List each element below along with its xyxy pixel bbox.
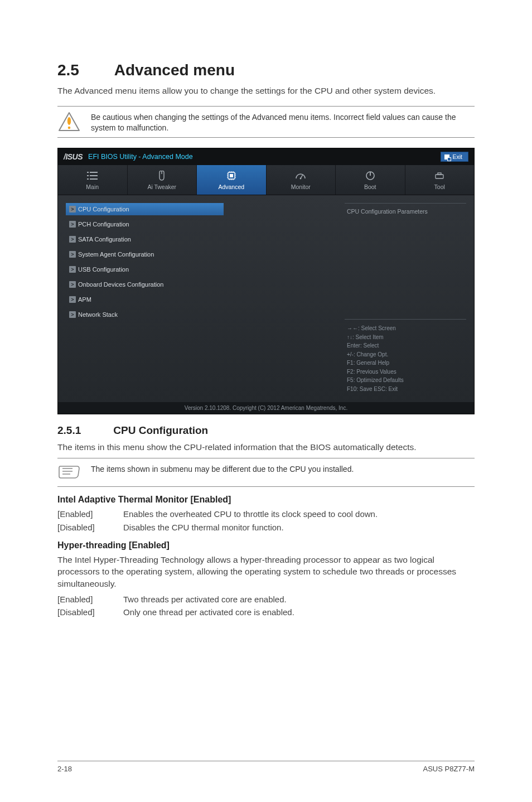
help-line: +/-: Change Opt. xyxy=(347,350,464,359)
menu-item-onboard-devices-config[interactable]: >Onboard Devices Configuration xyxy=(66,278,338,291)
menu-label: SATA Configuration xyxy=(78,236,131,243)
chevron-right-icon: > xyxy=(69,311,76,318)
tab-tool[interactable]: Tool xyxy=(405,165,475,195)
setting-paragraph: The Intel Hyper-Threading Technology all… xyxy=(57,554,475,590)
note-callout: The items shown in submenu may be differ… xyxy=(57,458,475,487)
tab-label: Tool xyxy=(434,183,445,190)
tab-label: Monitor xyxy=(291,183,311,190)
bios-screenshot: /ISUS EFI BIOS Utility - Advanced Mode E… xyxy=(57,148,475,414)
bios-title-text: EFI BIOS Utility - Advanced Mode xyxy=(88,153,193,161)
setting-heading-hyperthreading: Hyper-threading [Enabled] xyxy=(57,540,475,550)
menu-label: APM xyxy=(78,296,91,303)
option-value: Enables the overheated CPU to throttle i… xyxy=(123,508,475,520)
section-title: Advanced menu xyxy=(114,61,235,79)
svg-rect-26 xyxy=(436,175,443,178)
bios-footer: Version 2.10.1208. Copyright (C) 2012 Am… xyxy=(58,402,474,414)
menu-label: Network Stack xyxy=(78,311,118,318)
note-icon xyxy=(57,463,81,482)
menu-item-network-stack[interactable]: >Network Stack xyxy=(66,308,338,321)
tab-boot[interactable]: Boot xyxy=(336,165,405,195)
svg-rect-3 xyxy=(90,172,98,173)
svg-point-0 xyxy=(67,117,71,125)
product-name: ASUS P8Z77-M xyxy=(423,765,475,773)
menu-label: USB Configuration xyxy=(78,266,129,273)
tab-label: Ai Tweaker xyxy=(147,183,176,190)
menu-item-apm[interactable]: >APM xyxy=(66,293,338,306)
help-panel: →←: Select Screen ↑↓: Select Item Enter:… xyxy=(345,319,466,398)
bios-body: >CPU Configuration >PCH Configuration >S… xyxy=(58,195,474,402)
svg-rect-9 xyxy=(230,174,233,177)
gauge-icon xyxy=(294,171,307,181)
tab-ai-tweaker[interactable]: Ai Tweaker xyxy=(128,165,197,195)
tab-label: Boot xyxy=(364,183,376,190)
help-line: F10: Save ESC: Exit xyxy=(347,385,464,394)
page-number: 2-18 xyxy=(57,765,72,773)
help-line: Enter: Select xyxy=(347,341,464,350)
menu-item-pch-config[interactable]: >PCH Configuration xyxy=(66,218,338,230)
option-value: Two threads per activated core are enabl… xyxy=(123,593,475,606)
power-icon xyxy=(364,171,376,181)
tab-main[interactable]: Main xyxy=(58,165,128,195)
options-table: [Enabled] Two threads per activated core… xyxy=(57,593,475,619)
chevron-right-icon: > xyxy=(69,266,76,273)
bios-title: /ISUS EFI BIOS Utility - Advanced Mode xyxy=(64,152,193,161)
svg-point-1 xyxy=(68,126,71,129)
list-icon xyxy=(86,171,99,181)
menu-label: PCH Configuration xyxy=(78,221,129,228)
svg-rect-6 xyxy=(87,178,89,180)
option-row: [Enabled] Two threads per activated core… xyxy=(57,593,475,606)
chevron-right-icon: > xyxy=(69,236,76,243)
option-key: [Enabled] xyxy=(57,508,123,520)
menu-item-sata-config[interactable]: >SATA Configuration xyxy=(66,233,338,245)
exit-button[interactable]: Exit xyxy=(441,152,468,162)
note-text: The items shown in submenu may be differ… xyxy=(91,463,475,475)
chevron-right-icon: > xyxy=(69,281,76,288)
page-heading: 2.5 Advanced menu xyxy=(57,61,475,79)
menu-item-usb-config[interactable]: >USB Configuration xyxy=(66,263,338,276)
option-value: Disables the CPU thermal monitor functio… xyxy=(123,521,475,534)
subsection-title: CPU Configuration xyxy=(113,424,208,436)
options-table: [Enabled] Enables the overheated CPU to … xyxy=(57,508,475,534)
subsection-intro: The items in this menu show the CPU-rela… xyxy=(57,441,475,453)
tool-icon xyxy=(433,171,446,181)
help-line: F1: General Help xyxy=(347,359,464,368)
option-key: [Disabled] xyxy=(57,521,123,534)
bios-tab-bar: Main Ai Tweaker Advanced Monitor Boot To… xyxy=(58,165,474,195)
svg-point-23 xyxy=(300,178,302,180)
tab-monitor[interactable]: Monitor xyxy=(267,165,336,195)
exit-icon xyxy=(444,154,449,160)
chevron-right-icon: > xyxy=(69,221,76,228)
option-key: [Disabled] xyxy=(57,606,123,619)
subsection-heading: 2.5.1 CPU Configuration xyxy=(57,424,475,437)
svg-rect-4 xyxy=(87,175,89,176)
tab-advanced[interactable]: Advanced xyxy=(197,165,267,195)
option-row: [Disabled] Only one thread per activated… xyxy=(57,606,475,619)
subsection-number: 2.5.1 xyxy=(57,424,110,437)
help-line: ↑↓: Select Item xyxy=(347,333,464,342)
warning-callout: Be cautious when changing the settings o… xyxy=(57,106,475,138)
option-key: [Enabled] xyxy=(57,593,123,606)
warning-icon xyxy=(57,111,81,132)
option-row: [Disabled] Disables the CPU thermal moni… xyxy=(57,521,475,534)
chevron-right-icon: > xyxy=(69,296,76,303)
tab-label: Advanced xyxy=(218,183,244,190)
chevron-right-icon: > xyxy=(69,251,76,258)
bios-right-panel: CPU Configuration Parameters →←: Select … xyxy=(345,203,466,398)
menu-item-cpu-config[interactable]: >CPU Configuration xyxy=(66,203,224,215)
tab-label: Main xyxy=(86,183,99,190)
bios-titlebar: /ISUS EFI BIOS Utility - Advanced Mode E… xyxy=(58,148,474,165)
menu-item-system-agent-config[interactable]: >System Agent Configuration xyxy=(66,248,338,260)
help-line: →←: Select Screen xyxy=(347,324,464,333)
exit-label: Exit xyxy=(452,153,462,160)
help-line: F5: Optimized Defaults xyxy=(347,376,464,385)
chip-icon xyxy=(225,171,238,181)
option-row: [Enabled] Enables the overheated CPU to … xyxy=(57,508,475,520)
menu-label: Onboard Devices Configuration xyxy=(78,281,163,288)
option-value: Only one thread per activated core is en… xyxy=(123,606,475,619)
svg-rect-27 xyxy=(438,173,441,175)
setting-heading-thermal: Intel Adaptive Thermal Monitor [Enabled] xyxy=(57,495,475,505)
intro-paragraph: The Advanced menu items allow you to cha… xyxy=(57,85,475,97)
svg-rect-7 xyxy=(90,178,98,180)
menu-label: CPU Configuration xyxy=(78,206,129,212)
help-line: F2: Previous Values xyxy=(347,368,464,376)
